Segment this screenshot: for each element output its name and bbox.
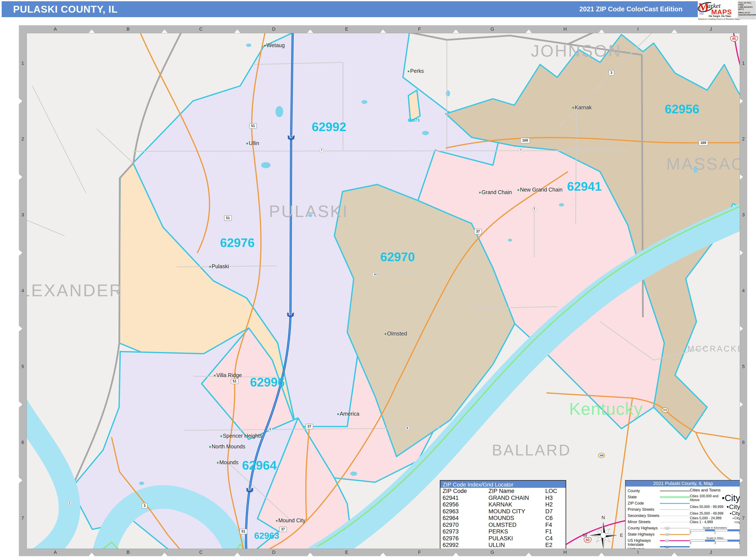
route-shield-51: 51 — [231, 379, 238, 384]
city-dot-icon — [722, 497, 724, 499]
town-dot-icon — [276, 520, 278, 522]
ruler-notch — [380, 553, 386, 556]
county-label-BALLARD: BALLARD — [492, 441, 571, 459]
grid-label-D: D — [272, 550, 275, 555]
town-label: Olmsted — [385, 330, 407, 337]
town-label: America — [338, 411, 359, 417]
legend-item-label: County — [628, 489, 660, 493]
route-shield-57: 57 — [288, 134, 295, 140]
scale-bar — [690, 529, 740, 531]
legend-line-sample — [660, 506, 690, 512]
grid-ruler-left: 1234567 — [19, 25, 27, 556]
zip-label-62963: 62963 — [254, 531, 279, 541]
zip-table-row: 62973PERKSF1 — [440, 528, 565, 535]
page-title: PULASKI COUNTY, IL — [2, 3, 118, 15]
map-legend: 2021 Pulaski County, IL Map County State… — [625, 480, 740, 549]
map-label-layer: JOHNSONMASSACALEXANDERPULASKIMCCRACKENBA… — [27, 33, 740, 549]
scale-miles: Scale in Miles 0.51 — [690, 536, 740, 545]
route-shield-57: 57 — [287, 312, 294, 318]
grid-label-B: B — [126, 26, 130, 32]
legend-item-label: Secondary Streets — [628, 514, 660, 518]
town-label: Wetaug — [264, 42, 285, 49]
ruler-notch — [162, 30, 168, 33]
route-shield-14: 14 — [373, 272, 377, 276]
ruler-notch — [739, 477, 743, 483]
legend-item-label: Minor Streets — [628, 520, 660, 524]
grid-label-2: 2 — [22, 136, 24, 142]
edition-label: 2021 ZIP Code ColorCast Edition — [579, 5, 698, 13]
legend-item-interstate: Interstate Highways 123 — [628, 544, 690, 549]
town-label: Mound City — [276, 517, 305, 524]
legend-line-sample — [660, 500, 690, 506]
legend-city-item: Cities 25,000 - 49,999 City — [690, 510, 740, 516]
legend-city-item: Cities 100,000 and Above City — [690, 493, 740, 503]
contact-line: 1-888-434-MAPS (6277) — [738, 6, 755, 10]
grid-label-1: 1 — [22, 60, 24, 66]
town-dot-icon — [246, 143, 248, 144]
grid-label-E: E — [345, 26, 348, 32]
legend-line-sample: 123 — [660, 544, 690, 549]
grid-label-7: 7 — [742, 516, 745, 521]
city-dot-icon — [733, 518, 734, 519]
ruler-notch — [739, 174, 743, 180]
town-label: Spencer Heights — [221, 433, 262, 439]
ruler-notch — [19, 174, 22, 180]
ruler-notch — [739, 402, 743, 408]
town-label: Karnak — [573, 104, 592, 111]
ruler-notch — [526, 30, 532, 33]
legend-item-primary: Primary Streets — [628, 506, 690, 512]
compass-n: N — [602, 515, 605, 520]
logo-subtitle: America's Leading Source of Business Map… — [698, 18, 740, 20]
route-shield-169: 169 — [520, 138, 530, 143]
scale-ticks: 0.51 — [690, 541, 740, 545]
legend-item-label: County Highways — [628, 526, 660, 530]
scale-kilometers: Scale in Kilometers 012 — [690, 526, 740, 534]
route-shield-37: 37 — [474, 229, 482, 234]
county-label-PULASKI: PULASKI — [269, 202, 348, 221]
legend-line-sample: 123 — [660, 531, 690, 537]
zip-table-row: 62970OLMSTEDF4 — [440, 522, 565, 528]
scale-title: Scale in Kilometers — [690, 526, 740, 529]
contact-box: CALL US TOLL FREE! 1-888-434-MAPS (6277)… — [738, 1, 756, 19]
route-shield-7: 7 — [519, 148, 523, 152]
legend-badge: 123 — [665, 546, 669, 548]
grid-label-2: 2 — [742, 136, 745, 142]
zip-label-62956: 62956 — [665, 102, 699, 116]
zip-index-body: ZIP CodeZIP NameLOC62941GRAND CHAINH3629… — [440, 488, 565, 549]
ruler-notch — [453, 553, 459, 556]
zip-table-row: 62996VILLA RIDGED5 — [440, 549, 565, 549]
grid-label-4: 4 — [22, 288, 24, 293]
legend-item-label: Primary Streets — [628, 507, 660, 512]
route-shield-37: 37 — [306, 424, 313, 429]
legend-city-item: Cities 5,000 - 24,999 City — [690, 516, 740, 520]
grid-label-A: A — [54, 26, 57, 32]
ruler-notch — [671, 553, 677, 556]
county-label-MCCRACKEN: MCCRACKEN — [688, 344, 740, 353]
legend-item-countyhwy: County Highways 123 — [628, 525, 690, 531]
town-label: Mounds — [217, 459, 238, 466]
ruler-notch — [89, 553, 95, 556]
city-item-sample: City — [730, 510, 740, 516]
county-label-ALEXANDER: ALEXANDER — [27, 281, 123, 300]
city-item-label: Cities 25,000 - 49,999 — [690, 511, 723, 516]
compass-e: E — [620, 533, 623, 538]
legend-item-minor: Minor Streets — [628, 519, 690, 525]
city-rows: Cities 100,000 and Above CityCities 50,0… — [690, 493, 740, 524]
grid-label-H: H — [563, 550, 567, 555]
grid-label-3: 3 — [22, 212, 24, 218]
grid-label-C: C — [199, 550, 203, 555]
route-shield-473: 473 — [662, 408, 669, 413]
route-shield-57: 57 — [246, 487, 254, 493]
route-shield-7: 7 — [320, 148, 323, 152]
grid-label-C: C — [199, 26, 203, 32]
ruler-notch — [234, 553, 240, 556]
route-shield-2: 2 — [532, 207, 536, 210]
town-dot-icon — [573, 107, 574, 109]
grid-label-G: G — [490, 26, 494, 32]
town-label: New Grand Chain — [518, 186, 562, 193]
route-shield-3: 3 — [142, 503, 148, 508]
grid-label-6: 6 — [742, 440, 745, 445]
town-label: Grand Chain — [479, 189, 512, 195]
town-dot-icon — [408, 70, 409, 72]
zip-label-62941: 62941 — [567, 179, 602, 194]
